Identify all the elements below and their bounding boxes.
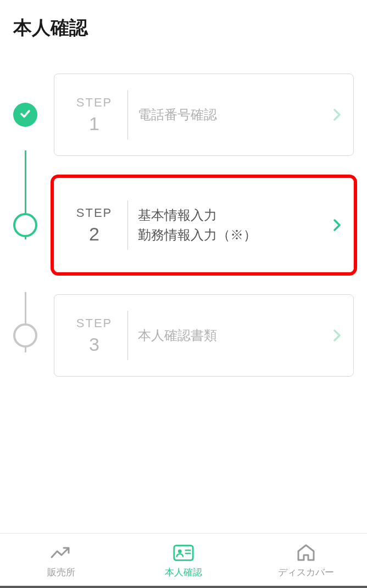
step-title-line: 勤務情報入力（※）	[138, 225, 332, 245]
step-label-number: 2	[65, 223, 123, 245]
divider	[127, 311, 128, 360]
chevron-right-icon	[332, 331, 342, 340]
step-row: STEP 3 本人確認書類	[13, 294, 354, 377]
nav-label: ディスカバー	[278, 566, 334, 579]
trend-icon	[50, 543, 72, 563]
bottom-edge	[0, 586, 367, 588]
step-title: 本人確認書類	[138, 326, 332, 345]
step-row: STEP 1 電話番号確認	[13, 74, 354, 156]
step-label-text: STEP	[65, 96, 123, 110]
step-title-line: 基本情報入力	[138, 205, 332, 225]
step-label-number: 1	[65, 113, 123, 135]
nav-item-identity[interactable]: 本人確認	[123, 534, 245, 588]
step-indicator-current	[13, 213, 37, 237]
bottom-nav: 販売所 本人確認 ディスカバー	[0, 533, 367, 588]
id-card-icon	[173, 543, 194, 563]
nav-item-market[interactable]: 販売所	[0, 534, 123, 588]
chevron-right-icon	[332, 220, 342, 230]
step-label-number: 3	[65, 334, 123, 355]
check-icon	[19, 107, 32, 122]
step-indicator-completed	[13, 103, 37, 127]
nav-label: 本人確認	[165, 566, 202, 579]
page-title: 本人確認	[0, 0, 367, 41]
home-icon	[295, 543, 317, 563]
step-title: 電話番号確認	[138, 105, 332, 125]
step-indicator-pending	[13, 323, 37, 348]
divider	[127, 200, 128, 250]
divider	[127, 90, 128, 139]
step-card-documents[interactable]: STEP 3 本人確認書類	[54, 294, 354, 377]
step-card-phone-verification[interactable]: STEP 1 電話番号確認	[54, 74, 354, 156]
chevron-right-icon	[332, 110, 342, 120]
steps-list: STEP 1 電話番号確認 STEP 2 基本情報入力 勤務情報入力（※）	[0, 41, 367, 377]
step-label: STEP 2	[65, 206, 123, 245]
nav-item-discover[interactable]: ディスカバー	[244, 534, 367, 588]
step-row: STEP 2 基本情報入力 勤務情報入力（※）	[13, 178, 354, 272]
step-label-text: STEP	[65, 316, 123, 331]
nav-label: 販売所	[47, 566, 75, 579]
step-label: STEP 1	[65, 96, 123, 135]
svg-point-1	[178, 550, 182, 553]
step-label-text: STEP	[65, 206, 123, 220]
step-card-basic-info[interactable]: STEP 2 基本情報入力 勤務情報入力（※）	[54, 178, 354, 272]
step-title: 基本情報入力 勤務情報入力（※）	[138, 205, 332, 245]
step-label: STEP 3	[65, 316, 123, 355]
